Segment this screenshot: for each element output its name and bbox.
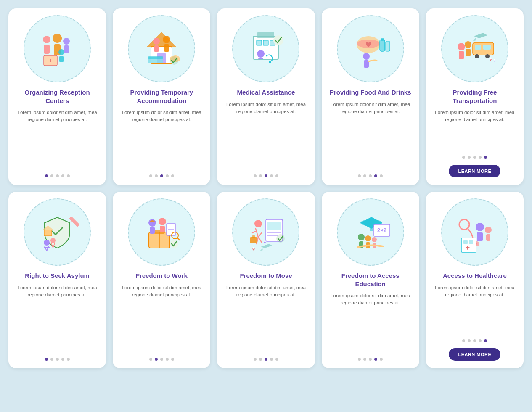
dot [259, 174, 262, 177]
dot [171, 358, 174, 361]
svg-point-2 [53, 34, 62, 43]
svg-point-39 [475, 54, 479, 58]
svg-rect-32 [381, 38, 384, 41]
dot [45, 174, 48, 177]
svg-point-45 [489, 58, 491, 60]
dot [468, 156, 471, 159]
card-organizing-reception: i Organizing Reception Centers Lorem ips… [8, 8, 106, 185]
svg-point-50 [44, 240, 50, 246]
dot [160, 174, 163, 177]
svg-rect-95 [469, 240, 473, 244]
dot [160, 358, 163, 361]
dot [67, 174, 70, 177]
card-3-body: Lorem ipsum dolor sit dim amet, mea regi… [223, 101, 309, 169]
card-3-title: Medical Assistance [237, 88, 295, 97]
dot [462, 156, 465, 159]
dot [45, 358, 48, 361]
learn-more-button-1[interactable]: LEARN MORE [449, 165, 500, 177]
card-2-dots [149, 174, 174, 177]
card-5-title: Providing Free Transportation [432, 88, 518, 105]
dot [380, 358, 383, 361]
card-free-transportation: Providing Free Transportation Lorem ipsu… [426, 8, 524, 185]
dot [56, 358, 59, 361]
dot [358, 174, 361, 177]
learn-more-button-2[interactable]: LEARN MORE [449, 348, 500, 361]
svg-rect-92 [486, 234, 490, 241]
card-5-body: Lorem ipsum dolor sit dim amet, mea regi… [432, 109, 518, 150]
card-6-title: Right to Seek Asylum [25, 272, 90, 280]
card-access-healthcare: Access to Healthcare Lorem ipsum dolor s… [426, 192, 524, 368]
card-2-body: Lorem ipsum dolor sit dim amet, mea regi… [119, 109, 204, 169]
card-1-title: Organizing Reception Centers [14, 88, 100, 105]
card-providing-food: Providing Food And Drinks Lorem ipsum do… [322, 8, 419, 185]
svg-rect-97 [466, 247, 469, 248]
svg-rect-94 [463, 240, 468, 244]
svg-rect-1 [44, 45, 50, 54]
card-3-dots [254, 174, 278, 177]
card-9-icon: 2×2 [337, 198, 404, 266]
card-freedom-work: Freedom to Work Lorem ipsum dolor sit di… [113, 192, 210, 368]
dot [374, 358, 377, 361]
svg-point-13 [153, 38, 160, 45]
dot [462, 339, 465, 342]
svg-point-41 [458, 43, 465, 50]
svg-point-25 [257, 50, 265, 58]
card-10-body: Lorem ipsum dolor sit dim amet, mea regi… [432, 284, 518, 334]
dot [61, 174, 64, 177]
dot [479, 339, 482, 342]
dot [479, 156, 482, 159]
svg-point-40 [485, 54, 490, 58]
dot [369, 358, 372, 361]
dot [468, 339, 471, 342]
svg-rect-31 [380, 40, 385, 51]
dot [166, 174, 169, 177]
svg-point-74 [253, 247, 254, 249]
svg-rect-73 [252, 235, 255, 238]
svg-rect-72 [250, 237, 257, 243]
svg-rect-78 [370, 223, 373, 231]
dot [473, 156, 476, 159]
dot [259, 358, 262, 361]
dot [270, 174, 273, 177]
card-9-body: Lorem ipsum dolor sit dim amet, mea regi… [328, 292, 413, 352]
dot [67, 358, 70, 361]
card-7-icon [128, 198, 195, 266]
svg-point-0 [43, 36, 50, 43]
dot [254, 174, 257, 177]
card-4-icon [337, 15, 404, 82]
dot [473, 339, 476, 342]
svg-rect-26 [258, 58, 263, 59]
dot [369, 174, 372, 177]
dot [61, 358, 64, 361]
card-10-title: Access to Healthcare [443, 272, 507, 280]
svg-rect-23 [263, 40, 268, 45]
svg-text:2×2: 2×2 [377, 227, 386, 233]
svg-rect-21 [257, 32, 274, 38]
svg-point-71 [254, 220, 262, 227]
svg-rect-44 [466, 49, 471, 56]
card-freedom-education: 2×2 Freedom to Access Education Lorem ip… [322, 192, 419, 368]
svg-rect-37 [475, 45, 481, 50]
card-8-dots [254, 358, 278, 361]
dot [484, 156, 487, 159]
svg-rect-93 [461, 238, 476, 252]
dot [50, 174, 53, 177]
svg-point-27 [269, 61, 271, 63]
card-5-dots [462, 156, 487, 159]
dot [275, 358, 278, 361]
card-1-body: Lorem ipsum dolor sit dim amet, mea regi… [14, 109, 100, 169]
svg-point-51 [50, 238, 56, 243]
dot [275, 174, 278, 177]
svg-point-4 [63, 38, 70, 45]
card-6-icon [24, 198, 91, 266]
dot [155, 174, 158, 177]
svg-rect-59 [160, 226, 165, 232]
dot [363, 174, 366, 177]
svg-point-28 [273, 35, 283, 45]
svg-point-56 [148, 219, 156, 227]
dot [265, 358, 267, 361]
svg-point-91 [485, 227, 492, 233]
dot [363, 358, 366, 361]
card-10-icon [441, 198, 508, 266]
svg-rect-35 [364, 60, 369, 68]
